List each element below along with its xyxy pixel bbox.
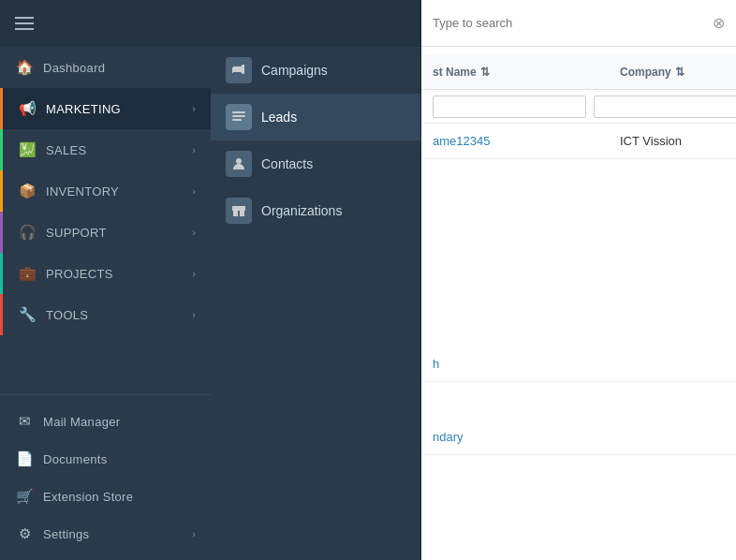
- inventory-icon: 📦: [18, 182, 37, 200]
- marketing-dropdown: Campaigns Leads Contacts: [211, 0, 421, 560]
- dropdown-item-label: Campaigns: [261, 63, 328, 78]
- sidebar-item-label: Mail Manager: [43, 415, 196, 429]
- dropdown-item-label: Organizations: [261, 203, 342, 218]
- hamburger-menu-icon[interactable]: [15, 17, 34, 30]
- sidebar-item-label: Extension Store: [43, 490, 196, 504]
- company-filter-input[interactable]: [594, 96, 736, 118]
- sidebar-item-label: PROJECTS: [46, 267, 192, 281]
- last-name-filter-input[interactable]: [433, 96, 586, 118]
- content-link-2[interactable]: ndary: [433, 430, 464, 444]
- organizations-icon: [226, 198, 252, 224]
- search-clear-icon[interactable]: ⊗: [713, 14, 725, 32]
- sidebar-item-label: Settings: [43, 527, 192, 541]
- chevron-right-icon: ›: [192, 144, 196, 155]
- sidebar-bottom: ✉ Mail Manager 📄 Documents 🛒 Extension S…: [0, 394, 211, 560]
- sidebar-item-support[interactable]: 🎧 SUPPORT ›: [0, 212, 211, 253]
- sidebar-item-sales[interactable]: 💹 SALES ›: [0, 129, 211, 170]
- table-area: st Name ⇅ Company ⇅ ame12345 ICT Vission: [421, 47, 736, 463]
- svg-rect-2: [232, 119, 242, 121]
- sidebar-item-label: SALES: [46, 143, 192, 157]
- chevron-right-icon: ›: [192, 268, 196, 279]
- last-name-link[interactable]: ame12345: [433, 134, 490, 148]
- sidebar-item-settings[interactable]: ⚙ Settings ›: [0, 515, 211, 553]
- chevron-right-icon: ›: [192, 227, 196, 238]
- sidebar-item-documents[interactable]: 📄 Documents: [0, 440, 211, 478]
- search-input[interactable]: [433, 16, 713, 30]
- dropdown-item-leads[interactable]: Leads: [211, 94, 420, 140]
- sidebar-item-label: Documents: [43, 452, 196, 466]
- content-row-1: h: [421, 346, 736, 382]
- sidebar-nav: 🏠 Dashboard 📢 MARKETING › 💹 SALES › 📦 IN…: [0, 47, 211, 394]
- svg-rect-6: [232, 206, 245, 211]
- projects-icon: 💼: [18, 264, 37, 283]
- sidebar-item-marketing[interactable]: 📢 MARKETING ›: [0, 88, 211, 129]
- contacts-icon: [226, 151, 252, 177]
- sidebar-item-projects[interactable]: 💼 PROJECTS ›: [0, 253, 211, 294]
- column-header-company: Company ⇅: [620, 66, 725, 79]
- tools-icon: 🔧: [18, 305, 37, 324]
- chevron-right-icon: ›: [192, 309, 196, 320]
- table-row: ame12345 ICT Vission: [421, 124, 736, 159]
- sidebar: 🏠 Dashboard 📢 MARKETING › 💹 SALES › 📦 IN…: [0, 0, 211, 560]
- svg-rect-5: [240, 211, 244, 216]
- last-name-header-label: st Name: [433, 66, 477, 79]
- dropdown-item-label: Leads: [261, 110, 297, 125]
- content-panel: ⊗ st Name ⇅ Company ⇅: [421, 0, 736, 560]
- sidebar-item-mail-manager[interactable]: ✉ Mail Manager: [0, 403, 211, 440]
- dropdown-item-campaigns[interactable]: Campaigns: [211, 47, 420, 94]
- campaigns-icon: [226, 57, 252, 83]
- content-link-1[interactable]: h: [433, 357, 439, 371]
- sidebar-item-label: TOOLS: [46, 308, 192, 322]
- column-header-last-name: st Name ⇅: [433, 66, 620, 79]
- leads-icon: [226, 104, 252, 130]
- svg-rect-0: [232, 111, 245, 113]
- sales-icon: 💹: [18, 140, 37, 159]
- sidebar-item-inventory[interactable]: 📦 INVENTORY ›: [0, 170, 211, 212]
- dropdown-item-contacts[interactable]: Contacts: [211, 140, 420, 187]
- main-content: Campaigns Leads Contacts: [211, 0, 736, 560]
- sidebar-item-label: INVENTORY: [46, 184, 192, 199]
- empty-rows: [421, 159, 736, 346]
- company-cell: ICT Vission: [620, 134, 725, 148]
- svg-rect-1: [232, 115, 245, 117]
- sidebar-item-label: SUPPORT: [46, 226, 192, 240]
- chevron-right-icon: ›: [192, 528, 196, 539]
- filter-row: [421, 90, 736, 124]
- sidebar-item-label: MARKETING: [46, 102, 192, 116]
- dropdown-item-organizations[interactable]: Organizations: [211, 187, 420, 234]
- marketing-icon: 📢: [18, 99, 37, 118]
- company-header-label: Company: [620, 66, 671, 79]
- table-header: st Name ⇅ Company ⇅: [421, 54, 736, 90]
- sidebar-header: [0, 0, 211, 47]
- sidebar-item-dashboard[interactable]: 🏠 Dashboard: [0, 47, 211, 88]
- support-icon: 🎧: [18, 223, 37, 242]
- dropdown-header: [211, 0, 420, 47]
- sort-icon[interactable]: ⇅: [675, 66, 684, 79]
- settings-icon: ⚙: [15, 524, 34, 543]
- content-row-2: ndary: [421, 420, 736, 455]
- sidebar-item-extension-store[interactable]: 🛒 Extension Store: [0, 478, 211, 515]
- sort-icon[interactable]: ⇅: [480, 66, 490, 79]
- sidebar-item-label: Dashboard: [43, 61, 196, 75]
- search-bar: ⊗: [421, 0, 736, 47]
- svg-point-3: [236, 158, 242, 164]
- last-name-cell: ame12345: [433, 134, 620, 148]
- chevron-right-icon: ›: [192, 103, 196, 114]
- dropdown-item-label: Contacts: [261, 156, 313, 171]
- dashboard-icon: 🏠: [15, 58, 34, 77]
- store-icon: 🛒: [15, 487, 34, 506]
- mail-icon: ✉: [15, 412, 34, 431]
- chevron-right-icon: ›: [192, 185, 196, 197]
- svg-rect-4: [233, 211, 238, 216]
- documents-icon: 📄: [15, 449, 34, 468]
- sidebar-item-tools[interactable]: 🔧 TOOLS ›: [0, 294, 211, 335]
